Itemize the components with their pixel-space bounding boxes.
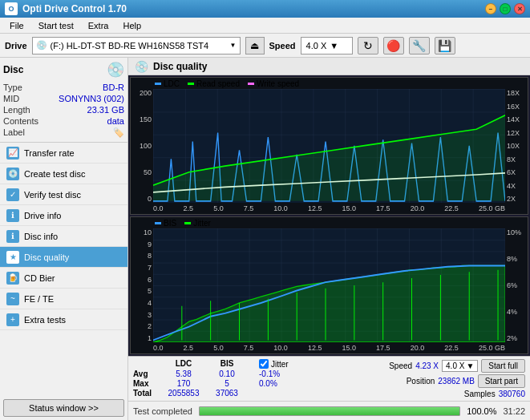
write-speed-label: Write speed: [257, 79, 299, 88]
title-bar: O Opti Drive Control 1.70 − □ ✕: [0, 0, 530, 18]
chart2-y-labels-left: 10987654321: [131, 228, 153, 342]
start-part-button[interactable]: Start part: [478, 374, 525, 388]
sidebar-item-fe-te[interactable]: ~ FE / TE: [0, 289, 127, 309]
sidebar-item-disc-info[interactable]: ℹ Disc info: [0, 226, 127, 247]
drive-info-icon: ℹ: [6, 209, 19, 222]
chart2-x-labels: 0.02.55.07.510.012.515.017.520.022.525.0…: [153, 344, 505, 352]
save-button[interactable]: 💾: [435, 37, 455, 55]
transfer-rate-icon: 📈: [6, 147, 19, 160]
avg-jitter: -0.1%: [259, 370, 280, 378]
avg-ldc: 5.38: [163, 370, 204, 378]
sidebar-item-cd-bier[interactable]: 🍺 CD Bier: [0, 268, 127, 289]
sidebar-label-extra-tests: Extra tests: [24, 315, 66, 325]
sidebar-label-drive-info: Drive info: [24, 211, 61, 220]
menu-extra[interactable]: Extra: [82, 19, 115, 32]
speed-selector[interactable]: 4.0 X ▼: [301, 37, 353, 55]
chart1-legend: LDC Read speed Write speed: [155, 79, 299, 88]
start-full-button[interactable]: Start full: [481, 359, 525, 373]
sidebar-label-create-test-disc: Create test disc: [24, 169, 85, 179]
settings-button[interactable]: 🔧: [409, 37, 430, 55]
chart2-panel: BIS Jitter 10987654321 10%8%6%4%2%: [130, 216, 528, 354]
disc-contents-label: Contents: [3, 116, 38, 126]
stats-header-row: LDC BIS Jitter: [133, 359, 382, 369]
menu-help[interactable]: Help: [116, 19, 148, 32]
chart1-y-labels-right: 18X16X14X12X10X8X6X4X2X: [505, 89, 528, 203]
menu-start-test[interactable]: Start test: [32, 19, 80, 32]
sidebar-label-disc-quality: Disc quality: [24, 252, 69, 262]
disc-type-label: Type: [3, 83, 22, 92]
maximize-button[interactable]: □: [500, 3, 511, 14]
max-ldc: 170: [163, 379, 204, 388]
position-label: Position: [407, 377, 435, 386]
progress-bar-container: [199, 406, 460, 416]
stats-right: Speed 4.23 X 4.0 X ▼ Start full Position…: [389, 359, 525, 398]
burn-button[interactable]: 🔴: [383, 37, 404, 55]
sidebar-item-extra-tests[interactable]: + Extra tests: [0, 309, 127, 330]
legend-jitter: Jitter: [184, 219, 211, 228]
disc-quality-header-icon: 💿: [135, 60, 148, 73]
avg-bis: 0.10: [206, 370, 248, 378]
jitter-check-label: Jitter: [271, 360, 289, 369]
menu-file[interactable]: File: [3, 19, 30, 32]
stats-bis-header: BIS: [206, 359, 248, 369]
max-bis: 5: [206, 379, 248, 388]
stats-table: LDC BIS Jitter Avg 5.38 0.10 -0.1%: [133, 359, 382, 398]
close-button[interactable]: ✕: [514, 3, 525, 14]
sidebar-item-drive-info[interactable]: ℹ Drive info: [0, 205, 127, 226]
stats-avg-row: Avg 5.38 0.10 -0.1%: [133, 370, 382, 378]
speed-arrow: ▼: [330, 41, 338, 50]
sidebar-item-verify-test-disc[interactable]: ✓ Verify test disc: [0, 184, 127, 205]
speed-value: 4.23 X: [415, 361, 439, 370]
chart2-legend: BIS Jitter: [155, 219, 211, 228]
drive-bar: Drive 💿 (F:) HL-DT-ST BD-RE WH16NS58 TST…: [0, 34, 530, 58]
drive-selector[interactable]: 💿 (F:) HL-DT-ST BD-RE WH16NS58 TST4 ▼: [32, 37, 241, 55]
disc-mid-value: SONYNN3 (002): [59, 94, 124, 103]
write-speed-dot: [248, 83, 254, 85]
minimize-button[interactable]: −: [485, 3, 496, 14]
progress-area: Test completed 100.0% 31:22: [128, 401, 530, 420]
refresh-button[interactable]: ↻: [358, 37, 378, 55]
content-header: 💿 Disc quality: [128, 58, 530, 75]
stats-max-row: Max 170 5 0.0%: [133, 379, 382, 388]
stats-ldc-header: LDC: [163, 359, 204, 369]
read-speed-dot: [188, 83, 194, 85]
menu-bar: File Start test Extra Help: [0, 18, 530, 34]
sidebar-label-transfer-rate: Transfer rate: [24, 148, 75, 158]
sidebar-label-disc-info: Disc info: [24, 232, 58, 241]
eject-button[interactable]: ⏏: [245, 37, 265, 55]
sidebar-item-transfer-rate[interactable]: 📈 Transfer rate: [0, 143, 127, 164]
speed-selector[interactable]: 4.0 X ▼: [442, 360, 478, 372]
cd-bier-icon: 🍺: [6, 272, 19, 285]
drive-dropdown-arrow: ▼: [230, 42, 237, 49]
disc-length-label: Length: [3, 105, 30, 115]
status-window-button[interactable]: Status window >>: [3, 399, 124, 417]
position-row: Position 23862 MB Start part: [407, 374, 525, 388]
legend-ldc: LDC: [155, 79, 180, 88]
speed-label: Speed: [269, 41, 296, 50]
jitter-checkbox[interactable]: [259, 359, 269, 369]
create-test-disc-icon: 💿: [6, 168, 19, 180]
disc-quality-icon: ★: [6, 251, 19, 264]
chart1-x-labels: 0.02.55.07.510.012.515.017.520.022.525.0…: [153, 204, 505, 212]
drive-label: Drive: [5, 41, 27, 50]
content-title: Disc quality: [153, 61, 207, 72]
stats-blank: [133, 359, 161, 369]
status-text: Test completed: [133, 406, 192, 416]
drive-icon: 💿: [36, 40, 47, 50]
fe-te-icon: ~: [6, 293, 19, 305]
disc-panel-icon: 💿: [107, 61, 124, 79]
read-speed-label: Read speed: [196, 79, 240, 88]
legend-write-speed: Write speed: [248, 79, 299, 88]
progress-percent: 100.0%: [467, 406, 496, 416]
sidebar-label-verify-test-disc: Verify test disc: [24, 190, 81, 200]
sidebar-item-disc-quality[interactable]: ★ Disc quality: [0, 247, 127, 268]
chart1-y-labels-left: 200150100500: [131, 89, 153, 203]
max-label: Max: [133, 379, 161, 388]
samples-row: Samples 380760: [464, 390, 525, 398]
legend-bis: BIS: [155, 219, 176, 228]
sidebar-item-create-test-disc[interactable]: 💿 Create test disc: [0, 164, 127, 184]
speed-row: Speed 4.23 X 4.0 X ▼ Start full: [389, 359, 525, 373]
speed-selector-value: 4.0 X: [446, 361, 464, 370]
bis-label: BIS: [164, 219, 176, 228]
jitter-checkbox-area[interactable]: Jitter: [259, 359, 289, 369]
